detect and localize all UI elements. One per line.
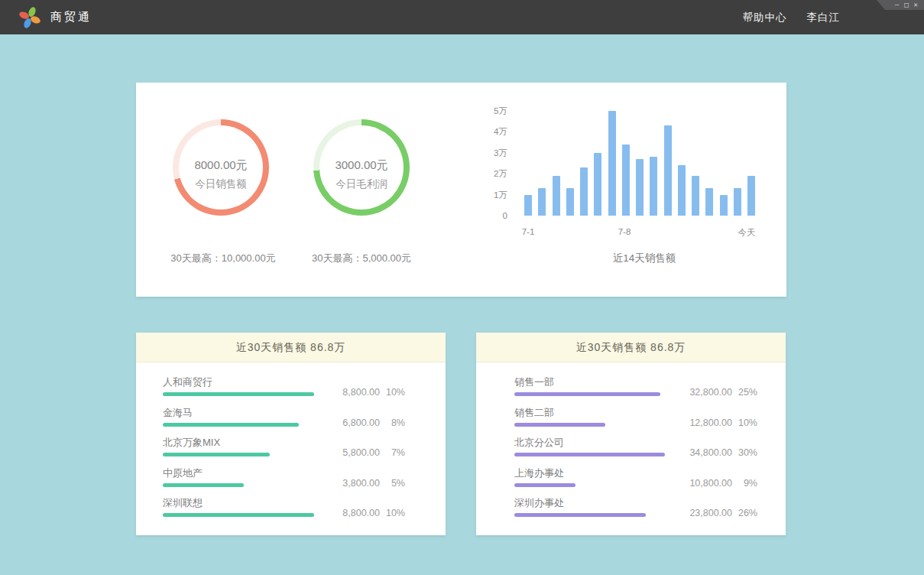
department-name: 销售一部 [514, 377, 554, 388]
sales-amount: 32,800.00 [671, 387, 732, 398]
card-title: 近30天销售额 86.8万 [476, 333, 786, 362]
sales-14d-bar-chart [524, 111, 755, 216]
customer-row: 深圳联想 8,800.00 10% [136, 496, 446, 527]
window-controls: — □ ✕ [877, 0, 924, 10]
daily-sales-bar [650, 157, 657, 216]
row-values: 34,800.00 30% [671, 447, 757, 459]
sales-amount: 23,800.00 [671, 508, 732, 518]
daily-sales-bar [692, 176, 699, 216]
daily-sales-bar [734, 188, 741, 216]
row-values: 23,800.00 26% [671, 507, 757, 519]
minimize-button[interactable]: — [895, 2, 899, 8]
sales-bar [163, 513, 314, 517]
sales-amount: 34,800.00 [671, 447, 732, 458]
daily-sales-bar [747, 176, 755, 216]
maximize-button[interactable]: □ [904, 2, 908, 8]
sales-amount: 8,800.00 [325, 387, 380, 398]
y-tick: 5万 [480, 106, 507, 116]
sales-bar [514, 483, 575, 487]
sales-percent: 25% [732, 387, 757, 398]
y-tick: 2万 [480, 168, 507, 179]
x-tick: 7-1 [522, 227, 535, 236]
customer-name: 深圳联想 [163, 498, 203, 508]
customer-rows: 人和商贸行 8,800.00 10% 金海马 6,800.00 8% 北京万象M… [136, 362, 446, 527]
today-sales-value: 8000.00元 [173, 159, 269, 171]
daily-sales-bar [580, 167, 588, 216]
today-sales-label: 今日销售额 [173, 179, 269, 190]
app-logo-icon [18, 5, 41, 30]
row-values: 5,800.00 7% [325, 447, 405, 459]
departments-sales-card: 近30天销售额 86.8万 销售一部 32,800.00 25% 销售二部 12… [476, 333, 786, 535]
today-profit-label: 今日毛利润 [313, 179, 410, 190]
daily-sales-bar [608, 111, 616, 216]
row-values: 8,800.00 10% [325, 386, 405, 398]
daily-sales-bar [664, 125, 672, 216]
card-title: 近30天销售额 86.8万 [136, 333, 446, 362]
y-tick: 3万 [480, 148, 507, 158]
sales-percent: 10% [380, 508, 405, 518]
sales-amount: 12,800.00 [671, 417, 732, 428]
sales-percent: 26% [732, 508, 757, 518]
department-name: 北京分公司 [514, 437, 564, 448]
sales-percent: 7% [380, 447, 405, 458]
daily-sales-bar [705, 188, 713, 216]
daily-sales-bar [594, 153, 601, 216]
customer-name: 中原地产 [163, 468, 203, 479]
sales-percent: 30% [732, 447, 757, 458]
department-row: 销售二部 12,800.00 10% [476, 406, 786, 437]
daily-sales-bar [720, 195, 728, 216]
customer-row: 金海马 6,800.00 8% [136, 406, 446, 437]
row-values: 6,800.00 8% [325, 417, 405, 429]
close-button[interactable]: ✕ [914, 2, 918, 8]
customer-row: 北京万象MIX 5,800.00 7% [136, 436, 446, 466]
sales-amount: 3,800.00 [325, 478, 380, 489]
customer-row: 中原地产 3,800.00 5% [136, 466, 446, 497]
y-tick: 1万 [480, 190, 507, 200]
top-nav: 帮助中心 李白江 [743, 0, 841, 34]
daily-sales-bar [524, 195, 532, 216]
sales-percent: 10% [380, 387, 405, 398]
user-menu[interactable]: 李白江 [807, 11, 841, 24]
today-profit-donut: 3000.00元 今日毛利润 [313, 119, 410, 216]
sales-bar [514, 423, 605, 427]
customers-sales-card: 近30天销售额 86.8万 人和商贸行 8,800.00 10% 金海马 6,8… [136, 333, 446, 535]
sales-percent: 5% [380, 478, 405, 489]
sales-percent: 10% [732, 417, 757, 428]
row-values: 32,800.00 25% [671, 386, 757, 398]
daily-sales-bar [553, 176, 560, 216]
daily-sales-bar [678, 165, 686, 216]
profit-30d-max-caption: 30天最高：5,000.00元 [312, 252, 411, 265]
department-name: 销售二部 [514, 408, 554, 418]
department-name: 深圳办事处 [514, 498, 564, 508]
sales-bar [163, 392, 314, 396]
sales-amount: 10,800.00 [671, 478, 732, 489]
help-center-link[interactable]: 帮助中心 [743, 11, 787, 24]
sales-amount: 6,800.00 [325, 417, 380, 428]
y-tick: 0 [480, 210, 507, 221]
sales-bar [514, 392, 660, 396]
daily-sales-bar [566, 188, 574, 216]
y-tick: 4万 [480, 126, 507, 137]
bar-chart-title: 近14天销售额 [613, 252, 676, 265]
sales-bar [163, 423, 299, 427]
sales-bar [163, 483, 244, 487]
today-profit-value: 3000.00元 [313, 159, 410, 171]
title-bar: 商贸通 帮助中心 李白江 — □ ✕ [0, 0, 924, 34]
sales-bar [163, 453, 270, 456]
customer-name: 人和商贸行 [163, 377, 212, 388]
today-summary-card: 8000.00元 今日销售额 3000.00元 今日毛利润 30天最高：10,0… [136, 83, 786, 297]
app-window: 商贸通 帮助中心 李白江 — □ ✕ 8000.00元 今日销售额 3000.0… [0, 0, 924, 575]
sales-percent: 8% [380, 417, 405, 428]
customer-row: 人和商贸行 8,800.00 10% [136, 375, 446, 406]
department-row: 销售一部 32,800.00 25% [476, 375, 786, 406]
department-row: 北京分公司 34,800.00 30% [476, 436, 786, 466]
daily-sales-bar [622, 145, 630, 216]
today-sales-donut: 8000.00元 今日销售额 [173, 119, 269, 216]
customer-name: 北京万象MIX [163, 437, 220, 448]
sales-bar [514, 453, 665, 456]
x-tick: 7-8 [618, 227, 631, 236]
row-values: 3,800.00 5% [325, 477, 405, 489]
daily-sales-bar [636, 159, 644, 216]
row-values: 10,800.00 9% [671, 477, 757, 489]
sales-amount: 8,800.00 [325, 508, 380, 518]
